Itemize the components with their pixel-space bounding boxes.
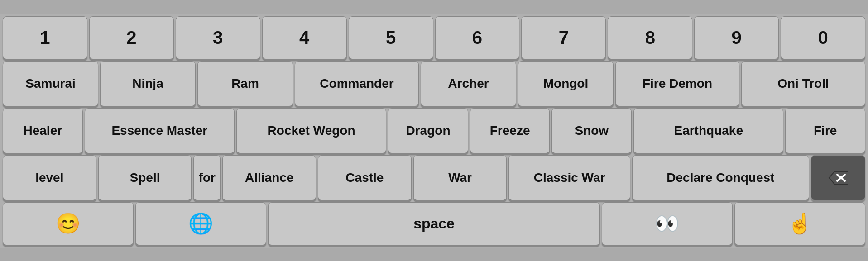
key-1[interactable]: 1 (3, 16, 87, 59)
row2: Samurai Ninja Ram Commander Archer Mongo… (3, 61, 865, 106)
key-delete[interactable] (811, 155, 865, 200)
key-spell[interactable]: Spell (98, 155, 192, 200)
key-0[interactable]: 0 (781, 16, 865, 59)
key-ram[interactable]: Ram (197, 61, 293, 106)
key-space[interactable]: space (268, 202, 600, 245)
key-ninja[interactable]: Ninja (100, 61, 196, 106)
row3: Healer Essence Master Rocket Wegon Drago… (3, 108, 865, 153)
key-healer[interactable]: Healer (3, 108, 83, 153)
svg-marker-0 (829, 171, 848, 184)
numbers-row: 1 2 3 4 5 6 7 8 9 0 (3, 16, 865, 59)
key-castle[interactable]: Castle (318, 155, 412, 200)
row4: level Spell for Alliance Castle War Clas… (3, 155, 865, 200)
key-archer[interactable]: Archer (421, 61, 516, 106)
key-7[interactable]: 7 (521, 16, 606, 59)
key-classic-war[interactable]: Classic War (508, 155, 630, 200)
key-4[interactable]: 4 (262, 16, 347, 59)
key-rocket-wegon[interactable]: Rocket Wegon (236, 108, 386, 153)
key-8[interactable]: 8 (608, 16, 692, 59)
key-2[interactable]: 2 (89, 16, 174, 59)
key-oni-troll[interactable]: Oni Troll (741, 61, 865, 106)
key-for[interactable]: for (193, 155, 221, 200)
key-war[interactable]: War (413, 155, 507, 200)
key-commander[interactable]: Commander (295, 61, 419, 106)
delete-icon (828, 168, 848, 188)
key-mongol[interactable]: Mongol (518, 61, 614, 106)
row5: 😊 🌐 space 👀 ☝️ (3, 202, 865, 245)
key-fire[interactable]: Fire (785, 108, 865, 153)
key-samurai[interactable]: Samurai (3, 61, 98, 106)
key-globe[interactable]: 🌐 (135, 202, 266, 245)
key-freeze[interactable]: Freeze (470, 108, 550, 153)
key-9[interactable]: 9 (694, 16, 779, 59)
key-level[interactable]: level (3, 155, 96, 200)
key-eyes[interactable]: 👀 (602, 202, 733, 245)
key-fire-demon[interactable]: Fire Demon (615, 61, 739, 106)
key-5[interactable]: 5 (349, 16, 433, 59)
keyboard: 1 2 3 4 5 6 7 8 9 0 Samurai Ninja Ram Co… (0, 14, 868, 248)
key-3[interactable]: 3 (176, 16, 260, 59)
key-earthquake[interactable]: Earthquake (633, 108, 783, 153)
key-hand[interactable]: ☝️ (734, 202, 865, 245)
key-alliance[interactable]: Alliance (222, 155, 316, 200)
key-declare-conquest[interactable]: Declare Conquest (632, 155, 809, 200)
key-6[interactable]: 6 (435, 16, 520, 59)
key-dragon[interactable]: Dragon (388, 108, 468, 153)
key-essence-master[interactable]: Essence Master (85, 108, 235, 153)
key-snow[interactable]: Snow (551, 108, 632, 153)
key-emoji[interactable]: 😊 (3, 202, 134, 245)
